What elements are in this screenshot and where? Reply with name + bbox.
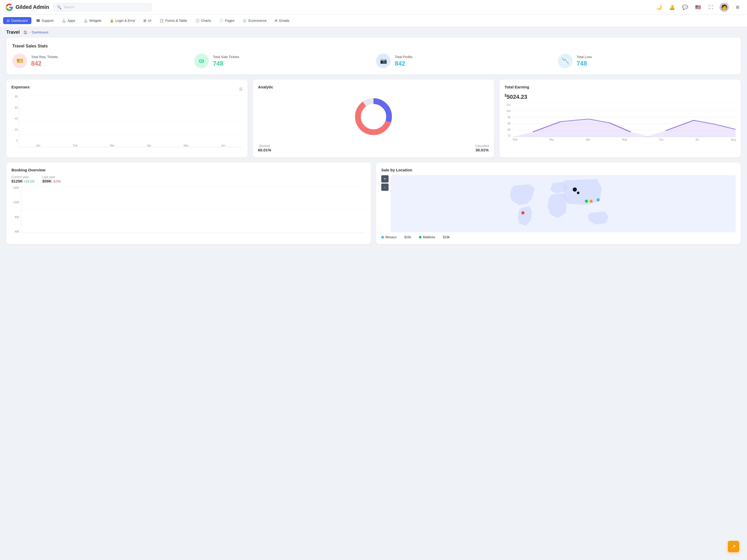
analytic-title: Analytic: [258, 85, 489, 89]
stat-label-1: Total Sale Tickets: [213, 55, 239, 59]
cancelled-label: Cancelled: [475, 144, 489, 148]
breadcrumb-link[interactable]: Dashboard: [32, 30, 48, 34]
dashboard-icon: ⊟: [7, 19, 9, 23]
apps-icon: ⚓: [62, 19, 66, 23]
booking-title: Booking Overview: [11, 168, 366, 172]
avatar[interactable]: 🧑: [720, 3, 729, 12]
earning-value: 5024.23: [507, 94, 527, 100]
cancelled-value: 30.01%: [475, 148, 489, 152]
nav-label-apps: Apps: [68, 19, 75, 23]
analytic-chart-card: Analytic Booked 60.01% Cancelle: [253, 80, 494, 157]
nav-label-ui: UI: [148, 19, 151, 23]
earning-svg: [512, 103, 736, 137]
stat-value-0: 842: [31, 60, 58, 67]
nav-item-pages[interactable]: 📄 Pages: [215, 17, 238, 24]
legend-15k: $15k: [404, 235, 411, 239]
price-15k: $15k: [404, 235, 411, 239]
world-map: [391, 175, 736, 232]
stats-title: Travel Sales Stats: [12, 44, 735, 49]
svg-point-14: [597, 198, 600, 202]
stat-label-2: Total Profits: [395, 55, 412, 59]
donut-container: Booked 60.01% Cancelled 30.01%: [258, 93, 489, 152]
map-zoom-out[interactable]: -: [381, 184, 389, 191]
nav-item-apps[interactable]: ⚓ Apps: [58, 17, 79, 24]
map-zoom-in[interactable]: +: [381, 175, 389, 183]
svg-point-12: [585, 199, 588, 203]
bar-apr: Apr: [132, 143, 166, 147]
last-year-change: -6.5%: [53, 180, 61, 183]
nav-item-dashboard[interactable]: ⊟ Dashboard: [3, 17, 31, 24]
price-19k: $19k: [443, 235, 450, 239]
maldives-label: Maldives: [423, 235, 435, 239]
ecommerce-icon: 🛒: [243, 19, 247, 23]
stat-value-3: 748: [576, 60, 592, 67]
booking-overview-card: Booking Overview Current year $125K +19.…: [6, 163, 371, 244]
legend-19k: $19k: [443, 235, 450, 239]
nav-item-forms[interactable]: 📋 Forms & Table: [156, 17, 191, 24]
fullscreen-icon[interactable]: ⛶: [706, 3, 715, 12]
nav-item-charts[interactable]: 🕐 Charts: [192, 17, 214, 24]
nav-label-charts: Charts: [201, 19, 211, 23]
map-legend: Monaco $15k Maldives $19k: [381, 235, 736, 239]
flag-icon[interactable]: 🇺🇸: [694, 3, 702, 12]
chart-down-icon: 📉: [562, 58, 569, 64]
nav-label-support: Support: [42, 19, 54, 23]
search-icon: 🔍: [57, 5, 61, 9]
nav-label-forms: Forms & Table: [165, 19, 187, 23]
nav-label-dashboard: Dashboard: [11, 19, 28, 23]
search-bar[interactable]: 🔍 Search: [53, 3, 152, 11]
logo: Gilded Admin: [5, 3, 49, 11]
moon-icon[interactable]: 🌙: [655, 3, 664, 12]
sale-by-location-card: Sale by Location + -: [376, 163, 741, 244]
current-year-change: +19.2%: [24, 180, 34, 183]
ui-icon: ⊞: [144, 19, 146, 23]
nav-item-support[interactable]: ☎ Support: [32, 17, 57, 24]
bar-jan: Jan: [21, 143, 55, 147]
legend-cancelled: Cancelled 30.01%: [475, 144, 489, 152]
svg-point-11: [577, 192, 579, 194]
legend-maldives: Maldives: [419, 235, 435, 239]
last-year-label: Last year: [42, 175, 61, 179]
booking-bars-container: [21, 186, 366, 233]
search-placeholder: Search: [63, 5, 74, 9]
chat-icon[interactable]: 💬: [680, 3, 689, 12]
charts-icon: 🕐: [195, 19, 200, 23]
stat-value-1: 748: [213, 60, 239, 67]
stat-label-3: Total Loss: [576, 55, 592, 59]
header-right: 🌙 🔔 💬 🇺🇸 ⛶ 🧑 ⊞: [655, 3, 742, 12]
nav-item-widgets[interactable]: ⚓ Widgets: [80, 17, 105, 24]
camera-icon: 📷: [380, 58, 387, 64]
last-year-value: $59K: [42, 179, 52, 183]
last-year-meta: Last year $59K -6.5%: [42, 175, 61, 183]
logo-text: Gilded Admin: [16, 4, 49, 10]
booking-meta: Current year $125K +19.2% Last year $59K…: [11, 175, 366, 183]
stat-item-loss: 📉 Total Loss 748: [558, 54, 735, 68]
legend-booked: Booked 60.01%: [258, 144, 271, 152]
nav-label-emails: Emails: [279, 19, 289, 23]
ticket-alt-icon-circle: 🎟: [194, 54, 209, 68]
home-icon: 🏠: [23, 30, 27, 34]
nav-item-ui[interactable]: ⊞ UI: [140, 17, 155, 24]
stats-card: Travel Sales Stats 🎫 Total Req. Tickets …: [6, 37, 741, 74]
bell-icon[interactable]: 🔔: [668, 3, 676, 12]
earning-chart-card: Total Earning $5024.23 72 80 88 96 104 1…: [499, 80, 741, 157]
bar-jun: Jun: [206, 143, 240, 147]
expenses-y-labels: 0 20 40 60 80: [11, 96, 19, 142]
chart-menu-icon[interactable]: ☰: [239, 87, 242, 91]
booking-chart: 40K 80K 120K 160K: [11, 186, 366, 233]
stat-label-0: Total Req. Tickets: [31, 55, 58, 59]
bar-may: May: [169, 143, 203, 147]
expenses-bar-chart: 0 20 40 60 80: [11, 96, 242, 147]
nav-item-login[interactable]: 🔒 Login & Error: [106, 17, 139, 24]
nav-label-login: Login & Error: [115, 19, 135, 23]
donut-chart: [353, 96, 394, 137]
grid-icon[interactable]: ⊞: [733, 3, 742, 12]
stat-value-2: 842: [395, 60, 412, 67]
earning-title: Total Earning: [505, 85, 736, 89]
nav-item-emails[interactable]: ✉ Emails: [271, 17, 293, 24]
current-year-label: Current year: [11, 175, 34, 179]
expenses-title: Expenses: [11, 85, 30, 89]
world-map-svg: [391, 175, 736, 232]
nav-item-ecommerce[interactable]: 🛒 Ecommerce: [239, 17, 270, 24]
google-g-icon: [5, 3, 14, 11]
